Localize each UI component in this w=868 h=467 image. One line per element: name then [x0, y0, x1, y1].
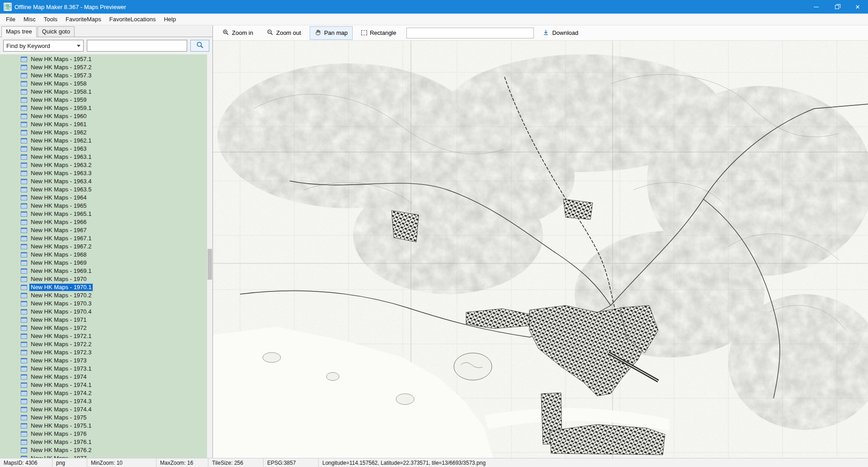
tree-item[interactable]: New HK Maps - 1975	[21, 414, 212, 422]
map-file-icon	[21, 366, 27, 372]
menu-item-tools[interactable]: Tools	[40, 14, 61, 24]
maps-tree-list: New HK Maps - 1957.1 New HK Maps - 1957.…	[0, 54, 212, 458]
tree-item[interactable]: New HK Maps - 1957.2	[21, 63, 212, 71]
tree-item[interactable]: New HK Maps - 1968	[21, 251, 212, 259]
tree-item[interactable]: New HK Maps - 1974.4	[21, 405, 212, 414]
tree-item[interactable]: New HK Maps - 1969.1	[21, 267, 212, 275]
tree-item-label: New HK Maps - 1965	[29, 202, 88, 210]
tree-scrollbar-thumb[interactable]	[208, 249, 212, 280]
menu-item-file[interactable]: File	[2, 14, 19, 24]
toolbar-input[interactable]	[406, 28, 534, 38]
zoom-out-button[interactable]: Zoom out	[262, 26, 306, 40]
tree-item[interactable]: New HK Maps - 1965	[21, 202, 212, 210]
map-file-icon	[21, 186, 27, 193]
tree-item[interactable]: New HK Maps - 1970.2	[21, 291, 212, 300]
tree-item[interactable]: New HK Maps - 1963.1	[21, 153, 212, 161]
tree-item-label: New HK Maps - 1969	[29, 259, 88, 267]
tree-item-label: New HK Maps - 1958	[29, 80, 88, 87]
tree-item[interactable]: New HK Maps - 1963.3	[21, 169, 212, 177]
menu-item-misc[interactable]: Misc	[19, 14, 40, 24]
map-file-icon	[21, 292, 27, 299]
tab-quick-goto[interactable]: Quick goto	[38, 26, 75, 37]
tree-item[interactable]: New HK Maps - 1970	[21, 275, 212, 283]
restore-icon	[835, 5, 839, 9]
tree-item[interactable]: New HK Maps - 1961	[21, 120, 212, 129]
tree-item[interactable]: New HK Maps - 1972.3	[21, 348, 212, 357]
tree-item[interactable]: New HK Maps - 1972.1	[21, 332, 212, 340]
tree-item[interactable]: New HK Maps - 1963.4	[21, 177, 212, 186]
tree-item[interactable]: New HK Maps - 1965.1	[21, 210, 212, 218]
window-title: Offline Map Maker 8.367 - Maps Previewer	[14, 4, 126, 10]
tree-item[interactable]: New HK Maps - 1971	[21, 316, 212, 324]
minimize-icon	[814, 7, 819, 7]
tree-item[interactable]: New HK Maps - 1973	[21, 357, 212, 365]
map-file-icon	[21, 113, 27, 119]
search-button[interactable]	[190, 40, 209, 52]
rectangle-button[interactable]: Rectangle	[356, 27, 401, 39]
tree-item[interactable]: New HK Maps - 1958	[21, 80, 212, 88]
tree-item[interactable]: New HK Maps - 1963.5	[21, 186, 212, 194]
menu-item-favoritemaps[interactable]: FavoriteMaps	[61, 14, 105, 24]
tree-item[interactable]: New HK Maps - 1957.3	[21, 71, 212, 80]
tree-item[interactable]: New HK Maps - 1976	[21, 430, 212, 438]
maximize-button[interactable]	[826, 0, 847, 14]
menu-item-favoritelocations[interactable]: FavoriteLocations	[105, 14, 160, 24]
tree-item[interactable]: New HK Maps - 1974.3	[21, 397, 212, 405]
tree-item[interactable]: New HK Maps - 1974.1	[21, 381, 212, 389]
search-icon	[196, 41, 204, 50]
tree-item[interactable]: New HK Maps - 1958.1	[21, 88, 212, 96]
sidebar-tabs: Maps tree Quick goto	[0, 25, 212, 37]
tree-item-label: New HK Maps - 1962	[29, 129, 88, 136]
tree-item[interactable]: New HK Maps - 1974.2	[21, 389, 212, 397]
menu-item-help[interactable]: Help	[160, 14, 180, 24]
tree-item-label: New HK Maps - 1957.2	[29, 64, 93, 71]
status-bar: MapsID: 4306 png MinZoom: 10 MaxZoom: 16…	[0, 458, 868, 467]
map-file-icon	[21, 333, 27, 339]
tree-item[interactable]: New HK Maps - 1967	[21, 226, 212, 234]
zoom-in-button[interactable]: Zoom in	[217, 26, 258, 40]
download-button[interactable]: Download	[538, 26, 583, 40]
tree-item[interactable]: New HK Maps - 1977	[21, 454, 212, 458]
tree-item[interactable]: New HK Maps - 1973.1	[21, 365, 212, 373]
tree-item[interactable]: New HK Maps - 1957.1	[21, 55, 212, 63]
status-maps-id: MapsID: 4306	[0, 458, 52, 467]
map-canvas[interactable]	[213, 41, 868, 458]
keyword-input[interactable]	[87, 40, 187, 52]
find-mode-dropdown[interactable]: Find by Keyword	[3, 40, 84, 52]
tree-item[interactable]: New HK Maps - 1969	[21, 259, 212, 267]
tree-item-label: New HK Maps - 1971	[29, 316, 88, 324]
rectangle-icon	[361, 30, 367, 35]
tree-item[interactable]: New HK Maps - 1972	[21, 324, 212, 332]
tree-item[interactable]: New HK Maps - 1967.2	[21, 243, 212, 251]
close-button[interactable]: ✕	[847, 0, 868, 14]
tree-item[interactable]: New HK Maps - 1963	[21, 145, 212, 153]
tree-item[interactable]: New HK Maps - 1960	[21, 112, 212, 120]
map-file-icon	[21, 56, 27, 62]
tree-item[interactable]: New HK Maps - 1974	[21, 373, 212, 381]
pan-map-button[interactable]: Pan map	[310, 26, 353, 40]
tree-item[interactable]: New HK Maps - 1970.1	[21, 283, 212, 291]
tree-item-label: New HK Maps - 1967.2	[29, 243, 93, 250]
map-file-icon	[21, 325, 27, 331]
tree-item[interactable]: New HK Maps - 1970.4	[21, 308, 212, 316]
tree-item-label: New HK Maps - 1974.2	[29, 390, 93, 397]
map-file-icon	[21, 252, 27, 258]
tree-item[interactable]: New HK Maps - 1970.3	[21, 300, 212, 308]
tree-item[interactable]: New HK Maps - 1976.1	[21, 438, 212, 446]
tree-item-label: New HK Maps - 1970.2	[29, 292, 93, 299]
tree-item[interactable]: New HK Maps - 1976.2	[21, 446, 212, 454]
tree-item[interactable]: New HK Maps - 1959	[21, 96, 212, 104]
tree-item-label: New HK Maps - 1969.1	[29, 267, 93, 275]
tree-item[interactable]: New HK Maps - 1962.1	[21, 137, 212, 145]
tree-scrollbar[interactable]	[207, 54, 212, 458]
tree-item[interactable]: New HK Maps - 1963.2	[21, 161, 212, 169]
tab-maps-tree[interactable]: Maps tree	[1, 26, 37, 37]
tree-item[interactable]: New HK Maps - 1966	[21, 218, 212, 226]
tree-item[interactable]: New HK Maps - 1962	[21, 129, 212, 137]
tree-item[interactable]: New HK Maps - 1967.1	[21, 234, 212, 243]
tree-item[interactable]: New HK Maps - 1975.1	[21, 422, 212, 430]
tree-item[interactable]: New HK Maps - 1964	[21, 194, 212, 202]
tree-item[interactable]: New HK Maps - 1959.1	[21, 104, 212, 112]
tree-item[interactable]: New HK Maps - 1972.2	[21, 340, 212, 348]
minimize-button[interactable]	[806, 0, 826, 14]
